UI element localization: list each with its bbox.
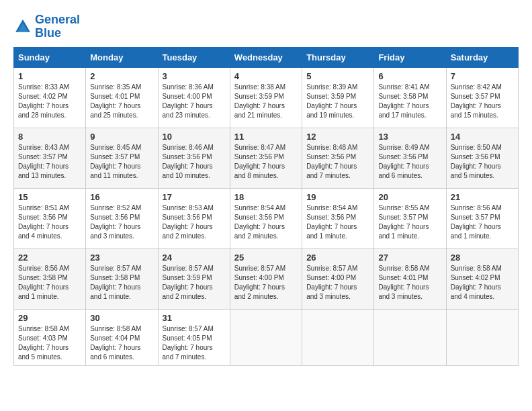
cell-info: Sunrise: 8:56 AMSunset: 3:58 PMDaylight:…: [18, 265, 69, 300]
cell-info: Sunrise: 8:56 AMSunset: 3:57 PMDaylight:…: [451, 204, 502, 240]
day-number: 22: [18, 253, 81, 263]
cell-info: Sunrise: 8:41 AMSunset: 3:58 PMDaylight:…: [378, 83, 429, 119]
day-number: 30: [90, 313, 153, 323]
calendar-cell: 5Sunrise: 8:39 AMSunset: 3:59 PMDaylight…: [302, 67, 374, 128]
calendar-cell: 2Sunrise: 8:35 AMSunset: 4:01 PMDaylight…: [86, 67, 158, 128]
header-cell-wednesday: Wednesday: [230, 47, 302, 67]
calendar-cell: 4Sunrise: 8:38 AMSunset: 3:59 PMDaylight…: [230, 67, 302, 128]
header-cell-thursday: Thursday: [302, 47, 374, 67]
header-cell-tuesday: Tuesday: [158, 47, 230, 67]
day-number: 29: [18, 313, 81, 323]
cell-info: Sunrise: 8:52 AMSunset: 3:56 PMDaylight:…: [90, 204, 141, 240]
calendar-cell: 6Sunrise: 8:41 AMSunset: 3:58 PMDaylight…: [374, 67, 446, 128]
cell-info: Sunrise: 8:50 AMSunset: 3:56 PMDaylight:…: [451, 144, 502, 179]
day-number: 6: [378, 71, 441, 81]
calendar-week-5: 29Sunrise: 8:58 AMSunset: 4:03 PMDayligh…: [14, 309, 519, 365]
calendar-cell: 11Sunrise: 8:47 AMSunset: 3:56 PMDayligh…: [230, 128, 302, 188]
calendar-cell: 10Sunrise: 8:46 AMSunset: 3:56 PMDayligh…: [158, 128, 230, 188]
day-number: 23: [90, 253, 153, 263]
calendar-cell: 9Sunrise: 8:45 AMSunset: 3:57 PMDaylight…: [86, 128, 158, 188]
calendar-cell: 30Sunrise: 8:58 AMSunset: 4:04 PMDayligh…: [86, 309, 158, 365]
calendar-cell: 25Sunrise: 8:57 AMSunset: 4:00 PMDayligh…: [230, 248, 302, 309]
cell-info: Sunrise: 8:58 AMSunset: 4:04 PMDaylight:…: [90, 325, 141, 361]
day-number: 20: [378, 192, 441, 202]
cell-info: Sunrise: 8:47 AMSunset: 3:56 PMDaylight:…: [234, 144, 285, 179]
day-number: 1: [18, 71, 81, 81]
day-number: 28: [451, 253, 514, 263]
cell-info: Sunrise: 8:51 AMSunset: 3:56 PMDaylight:…: [18, 204, 69, 240]
calendar-cell: [374, 309, 446, 365]
day-number: 2: [90, 71, 153, 81]
page-header: GeneralBlue: [13, 13, 519, 40]
header-cell-friday: Friday: [374, 47, 446, 67]
day-number: 3: [163, 71, 226, 81]
calendar-cell: 16Sunrise: 8:52 AMSunset: 3:56 PMDayligh…: [86, 188, 158, 248]
calendar-cell: 18Sunrise: 8:54 AMSunset: 3:56 PMDayligh…: [230, 188, 302, 248]
day-number: 17: [163, 192, 226, 202]
day-number: 5: [306, 71, 369, 81]
calendar-week-4: 22Sunrise: 8:56 AMSunset: 3:58 PMDayligh…: [14, 248, 519, 309]
cell-info: Sunrise: 8:54 AMSunset: 3:56 PMDaylight:…: [234, 204, 285, 240]
day-number: 21: [451, 192, 514, 202]
calendar-cell: 29Sunrise: 8:58 AMSunset: 4:03 PMDayligh…: [14, 309, 86, 365]
header-cell-sunday: Sunday: [14, 47, 86, 67]
cell-info: Sunrise: 8:45 AMSunset: 3:57 PMDaylight:…: [90, 144, 141, 179]
cell-info: Sunrise: 8:57 AMSunset: 4:00 PMDaylight:…: [234, 265, 285, 300]
calendar-cell: [230, 309, 302, 365]
cell-info: Sunrise: 8:49 AMSunset: 3:56 PMDaylight:…: [378, 144, 429, 179]
cell-info: Sunrise: 8:58 AMSunset: 4:02 PMDaylight:…: [451, 265, 502, 300]
header-cell-monday: Monday: [86, 47, 158, 67]
day-number: 27: [378, 253, 441, 263]
calendar-header: SundayMondayTuesdayWednesdayThursdayFrid…: [14, 47, 519, 67]
calendar-week-2: 8Sunrise: 8:43 AMSunset: 3:57 PMDaylight…: [14, 128, 519, 188]
day-number: 8: [18, 132, 81, 142]
calendar-cell: [302, 309, 374, 365]
logo-text: GeneralBlue: [35, 13, 80, 40]
calendar-cell: [446, 309, 518, 365]
cell-info: Sunrise: 8:53 AMSunset: 3:56 PMDaylight:…: [163, 204, 214, 240]
calendar-cell: 28Sunrise: 8:58 AMSunset: 4:02 PMDayligh…: [446, 248, 518, 309]
calendar-body: 1Sunrise: 8:33 AMSunset: 4:02 PMDaylight…: [14, 67, 519, 365]
calendar-cell: 27Sunrise: 8:58 AMSunset: 4:01 PMDayligh…: [374, 248, 446, 309]
calendar-cell: 31Sunrise: 8:57 AMSunset: 4:05 PMDayligh…: [158, 309, 230, 365]
cell-info: Sunrise: 8:57 AMSunset: 3:58 PMDaylight:…: [90, 265, 141, 300]
cell-info: Sunrise: 8:58 AMSunset: 4:01 PMDaylight:…: [378, 265, 429, 300]
calendar-cell: 14Sunrise: 8:50 AMSunset: 3:56 PMDayligh…: [446, 128, 518, 188]
cell-info: Sunrise: 8:55 AMSunset: 3:57 PMDaylight:…: [378, 204, 429, 240]
calendar-cell: 1Sunrise: 8:33 AMSunset: 4:02 PMDaylight…: [14, 67, 86, 128]
calendar-cell: 22Sunrise: 8:56 AMSunset: 3:58 PMDayligh…: [14, 248, 86, 309]
cell-info: Sunrise: 8:48 AMSunset: 3:56 PMDaylight:…: [306, 144, 357, 179]
day-number: 14: [451, 132, 514, 142]
calendar-table: SundayMondayTuesdayWednesdayThursdayFrid…: [13, 47, 519, 366]
cell-info: Sunrise: 8:57 AMSunset: 4:05 PMDaylight:…: [163, 325, 214, 361]
day-number: 12: [306, 132, 369, 142]
day-number: 25: [234, 253, 298, 263]
calendar-week-3: 15Sunrise: 8:51 AMSunset: 3:56 PMDayligh…: [14, 188, 519, 248]
day-number: 9: [90, 132, 153, 142]
cell-info: Sunrise: 8:39 AMSunset: 3:59 PMDaylight:…: [306, 83, 357, 119]
logo: GeneralBlue: [13, 13, 80, 40]
cell-info: Sunrise: 8:57 AMSunset: 4:00 PMDaylight:…: [306, 265, 357, 300]
day-number: 7: [451, 71, 514, 81]
calendar-cell: 24Sunrise: 8:57 AMSunset: 3:59 PMDayligh…: [158, 248, 230, 309]
day-number: 24: [163, 253, 226, 263]
cell-info: Sunrise: 8:58 AMSunset: 4:03 PMDaylight:…: [18, 325, 69, 361]
calendar-cell: 21Sunrise: 8:56 AMSunset: 3:57 PMDayligh…: [446, 188, 518, 248]
cell-info: Sunrise: 8:46 AMSunset: 3:56 PMDaylight:…: [163, 144, 214, 179]
day-number: 31: [163, 313, 226, 323]
calendar-cell: 13Sunrise: 8:49 AMSunset: 3:56 PMDayligh…: [374, 128, 446, 188]
calendar-cell: 8Sunrise: 8:43 AMSunset: 3:57 PMDaylight…: [14, 128, 86, 188]
day-number: 10: [163, 132, 226, 142]
cell-info: Sunrise: 8:35 AMSunset: 4:01 PMDaylight:…: [90, 83, 141, 119]
day-number: 11: [234, 132, 298, 142]
day-number: 15: [18, 192, 81, 202]
calendar-cell: 19Sunrise: 8:54 AMSunset: 3:56 PMDayligh…: [302, 188, 374, 248]
day-number: 19: [306, 192, 369, 202]
cell-info: Sunrise: 8:43 AMSunset: 3:57 PMDaylight:…: [18, 144, 69, 179]
calendar-cell: 20Sunrise: 8:55 AMSunset: 3:57 PMDayligh…: [374, 188, 446, 248]
logo-icon: [13, 17, 32, 36]
cell-info: Sunrise: 8:57 AMSunset: 3:59 PMDaylight:…: [163, 265, 214, 300]
calendar-cell: 15Sunrise: 8:51 AMSunset: 3:56 PMDayligh…: [14, 188, 86, 248]
calendar-cell: 7Sunrise: 8:42 AMSunset: 3:57 PMDaylight…: [446, 67, 518, 128]
day-number: 4: [234, 71, 298, 81]
